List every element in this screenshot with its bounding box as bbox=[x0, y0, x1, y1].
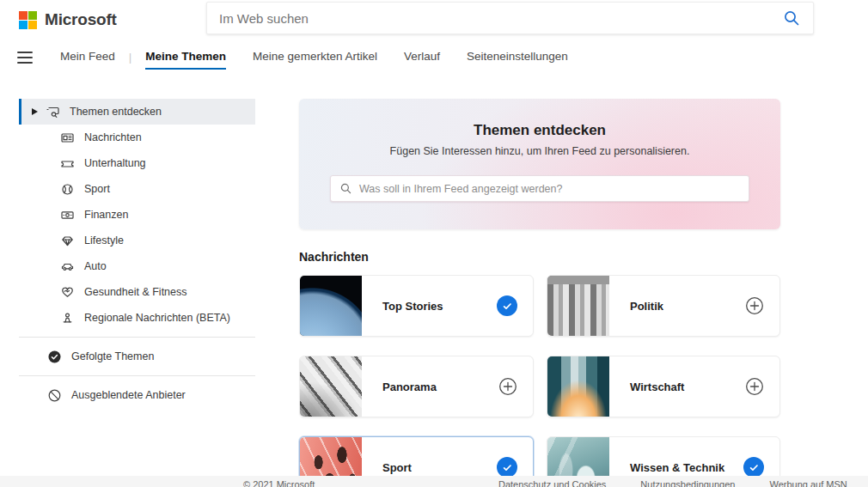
sidebar-divider bbox=[19, 375, 255, 376]
followed-check-icon[interactable] bbox=[497, 457, 517, 478]
car-icon bbox=[60, 259, 75, 274]
ball-icon bbox=[60, 182, 75, 197]
sidebar-item-gefolgte-themen[interactable]: Gefolgte Themen bbox=[19, 344, 255, 369]
banknote-icon bbox=[60, 208, 75, 222]
topic-card-politik[interactable]: Politik bbox=[547, 275, 780, 337]
top-navigation: Mein Feed | Meine Themen Meine gemerkten… bbox=[0, 39, 868, 76]
sidebar-item-label: Nachrichten bbox=[84, 131, 142, 143]
web-search-input[interactable]: Im Web suchen bbox=[206, 2, 814, 34]
sidebar-item-unterhaltung[interactable]: Unterhaltung bbox=[19, 150, 255, 176]
followed-check-icon bbox=[47, 350, 62, 364]
microsoft-logo-icon bbox=[19, 11, 37, 29]
footer-copyright: © 2021 Microsoft bbox=[243, 479, 315, 487]
tab-mein-feed[interactable]: Mein Feed bbox=[60, 46, 115, 70]
microsoft-wordmark: Microsoft bbox=[45, 10, 117, 29]
tab-verlauf[interactable]: Verlauf bbox=[404, 46, 440, 70]
expand-arrow-icon[interactable] bbox=[32, 108, 38, 115]
sidebar-item-label: Finanzen bbox=[84, 209, 128, 221]
blocked-icon bbox=[47, 388, 62, 403]
sidebar-item-label: Ausgeblendete Anbieter bbox=[71, 389, 186, 401]
topic-label: Wissen & Technik bbox=[630, 461, 724, 474]
topic-label: Panorama bbox=[382, 380, 437, 393]
topic-cards-grid: Top Stories Politik Panorama bbox=[299, 275, 780, 487]
topics-sidebar: Themen entdecken Nachrichten Unterhaltun… bbox=[19, 99, 255, 487]
footer-link-werbung[interactable]: Werbung auf MSN bbox=[769, 479, 847, 487]
topic-label: Sport bbox=[382, 461, 412, 474]
followed-check-icon[interactable] bbox=[743, 457, 764, 478]
add-topic-icon[interactable] bbox=[498, 377, 517, 396]
topic-card-top-stories[interactable]: Top Stories bbox=[299, 275, 534, 337]
search-icon bbox=[339, 182, 352, 195]
sidebar-item-label: Lifestyle bbox=[84, 234, 124, 247]
footer: © 2021 Microsoft Datenschutz und Cookies… bbox=[0, 476, 868, 487]
sidebar-item-gesundheit-fitness[interactable]: Gesundheit & Fitness bbox=[19, 279, 255, 305]
topic-image bbox=[547, 356, 609, 417]
search-icon[interactable] bbox=[782, 9, 801, 27]
banner-title: Themen entdecken bbox=[299, 122, 780, 139]
sidebar-item-regionale-nachrichten[interactable]: Regionale Nachrichten (BETA) bbox=[19, 305, 255, 331]
banner-subtitle: Fügen Sie Interessen hinzu, um Ihren Fee… bbox=[299, 145, 780, 157]
topic-image bbox=[300, 356, 362, 417]
topic-card-wirtschaft[interactable]: Wirtschaft bbox=[547, 356, 780, 417]
topic-image bbox=[547, 275, 609, 337]
tab-gemerkte-artikel[interactable]: Meine gemerkten Artikel bbox=[253, 46, 377, 70]
add-topic-icon[interactable] bbox=[745, 296, 764, 315]
gem-icon bbox=[60, 234, 75, 248]
sidebar-item-themen-entdecken[interactable]: Themen entdecken bbox=[19, 99, 255, 125]
sidebar-item-label: Auto bbox=[84, 260, 107, 272]
topic-label: Top Stories bbox=[382, 300, 443, 313]
sidebar-item-label: Gesundheit & Fitness bbox=[84, 286, 187, 298]
topic-search-input[interactable]: Was soll in Ihrem Feed angezeigt werden? bbox=[330, 175, 749, 202]
footer-link-datenschutz[interactable]: Datenschutz und Cookies bbox=[498, 479, 606, 487]
local-person-icon bbox=[60, 311, 75, 326]
ticket-icon bbox=[60, 156, 75, 171]
topic-label: Politik bbox=[630, 300, 663, 313]
discover-topics-banner: Themen entdecken Fügen Sie Interessen hi… bbox=[299, 99, 780, 229]
nav-separator: | bbox=[129, 51, 132, 64]
microsoft-logo[interactable]: Microsoft bbox=[19, 10, 117, 29]
footer-link-nutzungsbedingungen[interactable]: Nutzungsbedingungen bbox=[640, 479, 735, 487]
sidebar-item-label: Unterhaltung bbox=[84, 157, 146, 169]
sidebar-item-ausgeblendete-anbieter[interactable]: Ausgeblendete Anbieter bbox=[19, 382, 255, 408]
web-search-placeholder: Im Web suchen bbox=[219, 11, 782, 26]
newspaper-icon bbox=[60, 131, 75, 145]
sidebar-divider bbox=[19, 337, 255, 338]
section-title-nachrichten: Nachrichten bbox=[299, 250, 780, 264]
tab-seiteneinstellungen[interactable]: Seiteneinstellungen bbox=[467, 46, 568, 70]
sidebar-item-label: Regionale Nachrichten (BETA) bbox=[84, 312, 230, 324]
tab-meine-themen[interactable]: Meine Themen bbox=[145, 46, 226, 70]
sidebar-item-label: Gefolgte Themen bbox=[71, 350, 154, 362]
topics-search-icon bbox=[46, 105, 60, 119]
topic-search-placeholder: Was soll in Ihrem Feed angezeigt werden? bbox=[359, 183, 562, 195]
add-topic-icon[interactable] bbox=[745, 377, 764, 396]
main-content: Themen entdecken Fügen Sie Interessen hi… bbox=[299, 99, 780, 487]
topic-card-panorama[interactable]: Panorama bbox=[299, 356, 534, 417]
sidebar-item-label: Themen entdecken bbox=[70, 106, 162, 118]
sidebar-item-nachrichten[interactable]: Nachrichten bbox=[19, 125, 255, 150]
sidebar-item-lifestyle[interactable]: Lifestyle bbox=[19, 228, 255, 253]
sidebar-item-label: Sport bbox=[84, 183, 110, 195]
sidebar-item-sport[interactable]: Sport bbox=[19, 176, 255, 202]
topic-image bbox=[300, 275, 362, 337]
followed-check-icon[interactable] bbox=[497, 295, 517, 316]
sidebar-item-auto[interactable]: Auto bbox=[19, 253, 255, 279]
header: Microsoft Im Web suchen bbox=[0, 0, 868, 39]
hamburger-menu-icon[interactable] bbox=[17, 52, 33, 64]
sidebar-item-finanzen[interactable]: Finanzen bbox=[19, 202, 255, 228]
heart-icon bbox=[60, 285, 75, 300]
topic-label: Wirtschaft bbox=[630, 380, 684, 393]
